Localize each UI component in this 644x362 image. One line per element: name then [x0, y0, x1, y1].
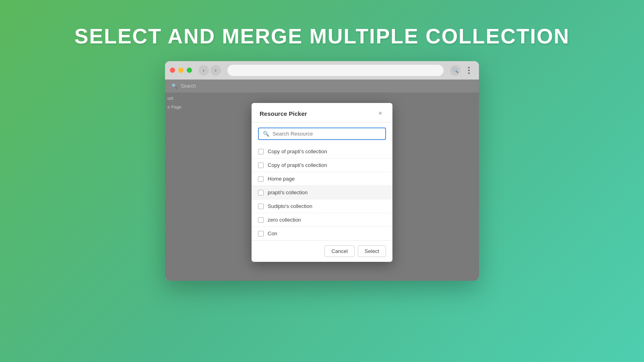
browser-nav: ‹ › [198, 65, 221, 76]
modal-search-box[interactable]: 🔍 [258, 128, 386, 140]
item-label-4: Sudipto's collection [268, 203, 312, 209]
browser-inner-bar: 🔍 Search [165, 80, 479, 93]
list-item[interactable]: Copy of prapti's collection [252, 145, 392, 158]
modal-footer: Cancel Select [252, 240, 392, 262]
list-item[interactable]: Copy of prapti's collection [252, 158, 392, 172]
browser-forward-button[interactable]: › [211, 65, 221, 76]
item-checkbox-1[interactable] [258, 162, 264, 168]
inner-search-text: Search [181, 83, 196, 89]
browser-content-area: ust e Page Resource Picker × 🔍 [165, 93, 479, 278]
modal-search-icon: 🔍 [263, 131, 269, 137]
modal-title: Resource Picker [260, 110, 307, 117]
item-label-2: Home page [268, 176, 295, 182]
item-checkbox-0[interactable] [258, 149, 264, 154]
browser-dot-green[interactable] [187, 68, 192, 73]
item-checkbox-3[interactable] [258, 190, 264, 195]
browser-dot-red[interactable] [170, 68, 175, 73]
browser-titlebar: ‹ › 🔍 [165, 61, 479, 80]
list-item[interactable]: Sudipto's collection [252, 200, 392, 213]
browser-back-button[interactable]: ‹ [198, 65, 209, 76]
item-checkbox-6[interactable] [258, 231, 264, 237]
select-button[interactable]: Select [358, 245, 386, 257]
browser-dot-yellow[interactable] [178, 68, 184, 73]
item-label-3: prapti's collection [268, 189, 308, 195]
modal-header: Resource Picker × [252, 103, 392, 123]
browser-search-icon[interactable]: 🔍 [450, 65, 460, 76]
modal-close-button[interactable]: × [376, 109, 384, 117]
side-text: ust [167, 96, 173, 101]
modal-item-list: Copy of prapti's collection Copy of prap… [252, 145, 392, 240]
inner-search-icon: 🔍 [171, 83, 178, 89]
browser-menu-icon[interactable] [464, 65, 474, 76]
item-label-1: Copy of prapti's collection [268, 162, 327, 168]
modal-search-input[interactable] [272, 131, 381, 137]
browser-body: 🔍 Search ust e Page Resource Picker × 🔍 [165, 80, 479, 281]
list-item[interactable]: zero collection [252, 213, 392, 227]
list-item[interactable]: Con [252, 227, 392, 240]
item-checkbox-5[interactable] [258, 217, 264, 223]
modal-overlay: Resource Picker × 🔍 Copy of prapti's col… [171, 99, 473, 262]
item-label-0: Copy of prapti's collection [268, 148, 327, 154]
browser-address-bar[interactable] [227, 65, 444, 76]
item-label-5: zero collection [268, 217, 301, 223]
item-checkbox-4[interactable] [258, 204, 264, 209]
browser-window: ‹ › 🔍 🔍 Search ust e Page [165, 61, 479, 281]
list-item[interactable]: prapti's collection [252, 186, 392, 200]
page-title: SELECT AND MERGE MULTIPLE COLLECTION [74, 24, 570, 48]
item-label-6: Con [268, 230, 277, 237]
cancel-button[interactable]: Cancel [324, 245, 354, 257]
resource-picker-modal: Resource Picker × 🔍 Copy of prapti's col… [252, 103, 392, 262]
page-text: e Page [167, 105, 182, 109]
item-checkbox-2[interactable] [258, 176, 264, 182]
list-item[interactable]: Home page [252, 172, 392, 186]
